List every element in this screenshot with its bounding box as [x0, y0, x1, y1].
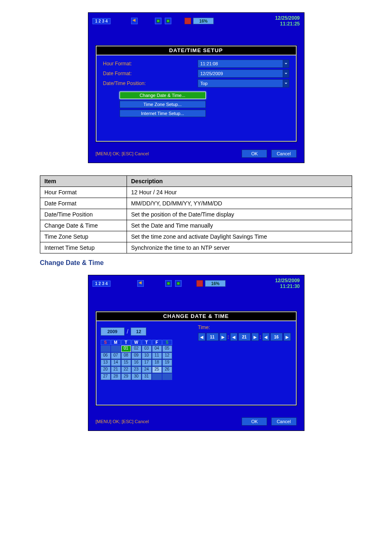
- calendar-day[interactable]: 10: [142, 352, 152, 359]
- table-row: Time Zone SetupSet the time zone and act…: [40, 231, 352, 242]
- dt-position-value: Top: [201, 81, 208, 86]
- calendar-day[interactable]: 03: [142, 345, 152, 352]
- min-value: 21: [238, 333, 251, 341]
- calendar-day[interactable]: 13: [101, 359, 111, 366]
- chevron-down-icon: [283, 60, 289, 67]
- time-zone-setup-button[interactable]: Time Zone Setup...: [120, 101, 206, 108]
- table-row: Date/Time PositionSet the position of th…: [40, 209, 352, 220]
- status-date: 12/25/2009: [275, 15, 300, 21]
- status-datetime: 12/25/2009 11:21:30: [275, 278, 300, 289]
- calendar-day: [101, 345, 111, 352]
- dt-position-select[interactable]: Top: [198, 79, 289, 88]
- camera-icon: [155, 18, 161, 24]
- calendar-header: W: [131, 340, 141, 345]
- min-decr[interactable]: ◀: [230, 333, 238, 341]
- hour-format-label: Hour Format:: [103, 61, 198, 67]
- panel-title: CHANGE DATE & TIME: [97, 312, 296, 321]
- speaker-icon: [131, 18, 138, 24]
- ok-button[interactable]: OK: [242, 417, 267, 426]
- camera-icon: [175, 280, 182, 287]
- chevron-down-icon: [283, 70, 289, 77]
- calendar-day[interactable]: 23: [131, 366, 141, 373]
- table-row: Date FormatMM/DD/YY, DD/MM/YY, YY/MM/DD: [40, 198, 352, 209]
- calendar-day[interactable]: 28: [111, 373, 121, 380]
- calendar-day[interactable]: 24: [142, 366, 152, 373]
- calendar-day[interactable]: 22: [121, 366, 131, 373]
- sec-value: 16: [270, 333, 283, 341]
- ok-button[interactable]: OK: [242, 150, 267, 158]
- screenshot-datetime-setup: 1 2 3 4 16% 12/25/2009 11:21:25 DATE/TIM…: [88, 12, 304, 163]
- hdd-usage: 16%: [205, 280, 226, 287]
- calendar-day[interactable]: 08: [121, 352, 131, 359]
- calendar-header: T: [142, 340, 152, 345]
- status-time: 11:21:30: [280, 283, 300, 289]
- channel-indicator: 1 2 3 4: [92, 18, 111, 24]
- calendar-day[interactable]: 12: [162, 352, 172, 359]
- calendar-day[interactable]: 26: [162, 366, 172, 373]
- calendar-area: 2009 / 12 SMTWTFS01020304050607080910111…: [97, 321, 198, 386]
- calendar-grid[interactable]: SMTWTFS010203040506070809101112131415161…: [101, 340, 194, 380]
- calendar-day[interactable]: 06: [101, 352, 111, 359]
- status-datetime: 12/25/2009 11:21:25: [275, 15, 300, 27]
- panel-title: DATE/TIME SETUP: [97, 46, 296, 55]
- calendar-day[interactable]: 25: [152, 366, 162, 373]
- calendar-day[interactable]: 07: [111, 352, 121, 359]
- calendar-header: S: [101, 340, 111, 345]
- cancel-button[interactable]: Cancel: [271, 417, 297, 426]
- calendar-day[interactable]: 20: [101, 366, 111, 373]
- calendar-header: S: [162, 340, 172, 345]
- calendar-day[interactable]: 02: [131, 345, 141, 352]
- calendar-day: [152, 373, 162, 380]
- table-row: Internet Time SetupSynchronize the time …: [40, 242, 352, 253]
- calendar-day: [162, 373, 172, 380]
- panel-footer: [MENU] OK; [ESC] Cancel OK Cancel: [96, 150, 297, 158]
- hour-format-select[interactable]: 11:21:08: [198, 60, 289, 68]
- calendar-day[interactable]: 27: [101, 373, 111, 380]
- hour-format-value: 11:21:08: [201, 61, 218, 66]
- year-field[interactable]: 2009: [101, 327, 125, 336]
- sec-decr[interactable]: ◀: [262, 333, 270, 341]
- hour-decr[interactable]: ◀: [198, 333, 205, 341]
- calendar-day[interactable]: 31: [142, 373, 152, 380]
- calendar-day[interactable]: 17: [142, 359, 152, 366]
- month-field[interactable]: 12: [131, 327, 146, 336]
- internet-time-setup-button[interactable]: Internet Time Setup...: [120, 110, 206, 117]
- table-header-desc: Description: [127, 176, 352, 187]
- calendar-header: F: [152, 340, 162, 345]
- description-table: Item Description Hour Format12 Hour / 24…: [40, 175, 352, 253]
- calendar-day[interactable]: 05: [162, 345, 172, 352]
- calendar-day[interactable]: 14: [111, 359, 121, 366]
- status-bar: 1 2 3 4 16% 12/25/2009 11:21:30: [88, 275, 304, 289]
- footer-hint: [MENU] OK; [ESC] Cancel: [96, 419, 149, 424]
- hour-incr[interactable]: ▶: [219, 333, 227, 341]
- date-format-select[interactable]: 12/25/2009: [198, 69, 289, 78]
- hdd-usage: 16%: [193, 18, 214, 24]
- chevron-down-icon: [283, 80, 289, 87]
- calendar-day[interactable]: 04: [152, 345, 162, 352]
- calendar-day[interactable]: 01: [121, 345, 131, 352]
- change-date-time-button[interactable]: Change Date & Time...: [120, 92, 206, 99]
- record-icon: [184, 18, 191, 24]
- calendar-day[interactable]: 09: [131, 352, 141, 359]
- calendar-day[interactable]: 15: [121, 359, 131, 366]
- datetime-setup-panel: DATE/TIME SETUP Hour Format: 11:21:08 Da…: [96, 46, 297, 142]
- cancel-button[interactable]: Cancel: [271, 150, 297, 158]
- camera-icon: [165, 18, 171, 24]
- calendar-header: M: [111, 340, 121, 345]
- calendar-day[interactable]: 30: [131, 373, 141, 380]
- change-date-time-panel: CHANGE DATE & TIME 2009 / 12 SMTWTFS0102…: [96, 311, 297, 405]
- calendar-day[interactable]: 11: [152, 352, 162, 359]
- sec-incr[interactable]: ▶: [284, 333, 291, 341]
- calendar-day[interactable]: 29: [121, 373, 131, 380]
- record-icon: [196, 280, 203, 287]
- screenshot-change-date-time: 1 2 3 4 16% 12/25/2009 11:21:30 CHANGE D…: [88, 275, 304, 431]
- time-stepper[interactable]: ◀ 11 ▶ : ◀ 21 ▶ : ◀ 16 ▶: [198, 333, 291, 341]
- calendar-day[interactable]: 16: [131, 359, 141, 366]
- status-date: 12/25/2009: [275, 278, 300, 283]
- calendar-day[interactable]: 18: [152, 359, 162, 366]
- min-incr[interactable]: ▶: [251, 333, 259, 341]
- date-format-label: Date Format:: [103, 71, 198, 76]
- footer-hint: [MENU] OK; [ESC] Cancel: [96, 151, 149, 156]
- calendar-day[interactable]: 21: [111, 366, 121, 373]
- calendar-day[interactable]: 19: [162, 359, 172, 366]
